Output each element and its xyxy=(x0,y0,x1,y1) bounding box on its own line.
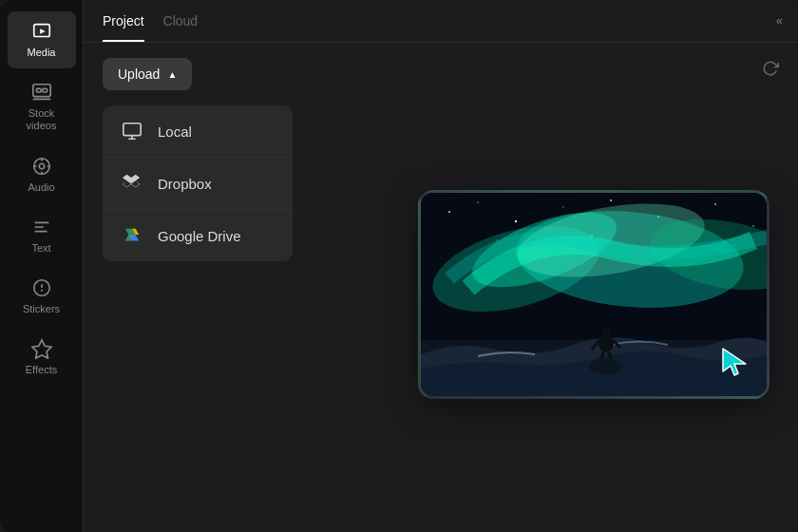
sidebar-item-stickers[interactable]: Stickers xyxy=(8,268,76,325)
svg-point-27 xyxy=(610,200,612,201)
google-drive-icon xyxy=(122,225,142,246)
stock-videos-icon xyxy=(31,82,52,103)
svg-point-26 xyxy=(562,206,563,207)
dropbox-icon xyxy=(122,173,142,194)
upload-button-label: Upload xyxy=(118,66,160,82)
svg-rect-4 xyxy=(42,89,47,93)
svg-rect-19 xyxy=(124,124,141,136)
dropdown-item-local[interactable]: Local xyxy=(103,105,293,158)
aurora-svg xyxy=(421,193,767,396)
media-icon xyxy=(31,21,52,42)
sidebar-item-effects[interactable]: Effects xyxy=(8,329,76,386)
audio-icon xyxy=(31,156,52,177)
cursor-svg xyxy=(719,345,753,379)
dropdown-item-google-drive[interactable]: Google Drive xyxy=(103,210,293,261)
svg-marker-47 xyxy=(723,349,746,375)
svg-rect-3 xyxy=(36,89,41,93)
sidebar-item-effects-label: Effects xyxy=(26,364,57,376)
dropdown-item-local-label: Local xyxy=(158,124,192,140)
tab-cloud[interactable]: Cloud xyxy=(163,13,199,42)
tab-project[interactable]: Project xyxy=(103,13,144,42)
svg-rect-2 xyxy=(32,85,49,97)
text-icon xyxy=(31,217,52,238)
preview-image xyxy=(418,190,770,399)
upload-dropdown-menu: Local Dropbox Google Drive xyxy=(103,105,293,261)
svg-marker-1 xyxy=(40,28,46,34)
dropdown-item-google-drive-label: Google Drive xyxy=(158,228,241,244)
sidebar-item-stickers-label: Stickers xyxy=(23,303,60,315)
sidebar-item-media[interactable]: Media xyxy=(8,11,76,68)
collapse-button[interactable]: « xyxy=(776,13,783,28)
svg-point-23 xyxy=(448,211,450,213)
sidebar-item-text[interactable]: Text xyxy=(8,207,76,264)
svg-point-40 xyxy=(598,333,614,352)
svg-point-7 xyxy=(39,163,45,169)
tabs-header: Project Cloud « xyxy=(84,0,798,43)
sidebar-item-audio[interactable]: Audio xyxy=(8,146,76,203)
monitor-icon xyxy=(122,121,142,142)
effects-icon xyxy=(31,338,52,359)
svg-point-41 xyxy=(601,326,611,335)
cursor-indicator xyxy=(719,345,753,383)
stickers-icon xyxy=(31,277,52,298)
aurora-background xyxy=(421,193,767,396)
dropdown-item-dropbox-label: Dropbox xyxy=(158,176,212,192)
svg-point-29 xyxy=(714,203,716,205)
sidebar-item-text-label: Text xyxy=(31,242,50,255)
sidebar-item-stock-videos[interactable]: Stock videos xyxy=(8,72,76,142)
upload-button[interactable]: Upload ▲ xyxy=(103,58,192,90)
main-content: Project Cloud « Upload ▲ Local xyxy=(84,0,798,532)
upload-area: Upload ▲ xyxy=(84,43,798,105)
svg-point-46 xyxy=(589,359,623,374)
sidebar-item-audio-label: Audio xyxy=(28,181,54,194)
svg-marker-18 xyxy=(31,340,50,358)
svg-point-24 xyxy=(477,201,479,203)
sidebar-item-media-label: Media xyxy=(28,47,56,59)
sidebar-item-stock-videos-label: Stock videos xyxy=(15,107,68,132)
svg-point-30 xyxy=(752,225,754,227)
sidebar: Media Stock videos Audio Text xyxy=(0,0,84,532)
svg-point-25 xyxy=(515,220,517,222)
refresh-button[interactable] xyxy=(762,60,779,81)
dropdown-item-dropbox[interactable]: Dropbox xyxy=(103,158,293,210)
upload-arrow-icon: ▲ xyxy=(167,69,177,80)
